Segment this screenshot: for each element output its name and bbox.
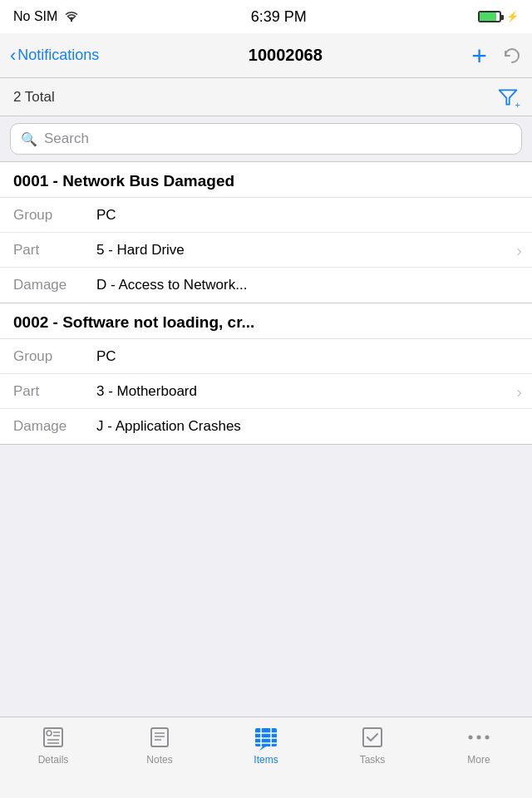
tab-details[interactable]: Details (0, 724, 106, 766)
field-row: GroupPC (0, 198, 532, 233)
chevron-right-icon: › (516, 382, 522, 401)
tasks-icon (359, 724, 386, 751)
tab-more[interactable]: More (426, 724, 532, 766)
svg-rect-8 (151, 728, 168, 746)
work-order-fields-0002: ›GroupPCPart3 - MotherboardDamageJ - App… (0, 339, 532, 444)
items-icon (253, 724, 279, 751)
carrier-label: No SIM (13, 9, 57, 24)
work-order-item-0002[interactable]: 0002 - Software not loading, cr...›Group… (0, 303, 532, 445)
field-row: Part5 - Hard Drive (0, 233, 532, 268)
work-order-fields-0001: ›GroupPCPart5 - Hard DriveDamageD - Acce… (0, 198, 532, 303)
tab-bar: Details Notes Items (0, 717, 532, 798)
field-label: Part (13, 242, 96, 259)
field-value: 3 - Motherboard (96, 383, 197, 400)
field-value: D - Access to Network... (96, 277, 247, 293)
field-row: Part3 - Motherboard (0, 374, 532, 409)
nav-actions: + (471, 42, 522, 69)
battery-icon (478, 11, 501, 22)
svg-marker-1 (500, 90, 517, 104)
field-value: PC (96, 348, 116, 365)
status-bar-left: No SIM (13, 9, 79, 24)
field-label: Damage (13, 418, 96, 435)
navigation-bar: ‹ Notifications 10002068 + (0, 33, 532, 78)
refresh-button[interactable] (502, 46, 522, 66)
svg-point-21 (485, 736, 490, 740)
items-list: 0001 - Network Bus Damaged›GroupPCPart5 … (0, 162, 532, 445)
field-value: J - Application Crashes (96, 418, 241, 435)
svg-point-0 (71, 20, 72, 22)
total-count: 2 Total (13, 89, 55, 106)
charging-icon: ⚡ (506, 11, 519, 22)
tab-notes[interactable]: Notes (106, 724, 213, 766)
svg-point-20 (477, 736, 481, 740)
tab-more-label: More (467, 754, 490, 766)
status-bar: No SIM 6:39 PM ⚡ (0, 0, 532, 33)
field-label: Group (13, 207, 96, 224)
field-label: Damage (13, 277, 96, 293)
tab-items[interactable]: Items (213, 724, 319, 766)
details-icon (40, 724, 66, 751)
work-order-item-0001[interactable]: 0001 - Network Bus Damaged›GroupPCPart5 … (0, 162, 532, 303)
wifi-icon (64, 11, 79, 22)
field-value: PC (96, 207, 116, 224)
chevron-right-icon: › (516, 241, 522, 260)
field-row: GroupPC (0, 339, 532, 374)
tab-tasks-label: Tasks (360, 754, 386, 766)
tab-items-label: Items (254, 754, 278, 766)
svg-point-19 (469, 736, 473, 740)
status-bar-time: 6:39 PM (251, 8, 307, 26)
status-bar-right: ⚡ (478, 11, 519, 22)
search-container: 🔍 Search (0, 116, 532, 162)
notes-icon (146, 724, 173, 751)
field-value: 5 - Hard Drive (96, 242, 185, 259)
add-button[interactable]: + (471, 42, 487, 69)
tab-notes-label: Notes (146, 754, 172, 766)
field-row: DamageD - Access to Network... (0, 268, 532, 303)
search-icon: 🔍 (21, 131, 37, 147)
field-label: Group (13, 348, 96, 365)
tab-tasks[interactable]: Tasks (319, 724, 426, 766)
work-order-title-0002: 0002 - Software not loading, cr... (0, 303, 532, 339)
tab-details-label: Details (38, 754, 69, 766)
filter-button[interactable]: + (497, 86, 519, 108)
back-label: Notifications (17, 47, 99, 64)
more-icon (466, 724, 492, 751)
svg-point-3 (47, 731, 52, 736)
work-order-title-0001: 0001 - Network Bus Damaged (0, 162, 532, 198)
page-title: 10002068 (249, 46, 323, 65)
svg-rect-18 (363, 728, 382, 746)
filter-plus-icon: + (515, 100, 520, 110)
search-placeholder[interactable]: Search (44, 131, 89, 147)
back-chevron-icon: ‹ (10, 47, 16, 65)
filter-bar: 2 Total + (0, 78, 532, 116)
field-label: Part (13, 383, 96, 400)
field-row: DamageJ - Application Crashes (0, 409, 532, 444)
search-box[interactable]: 🔍 Search (10, 123, 522, 155)
back-button[interactable]: ‹ Notifications (10, 47, 99, 65)
